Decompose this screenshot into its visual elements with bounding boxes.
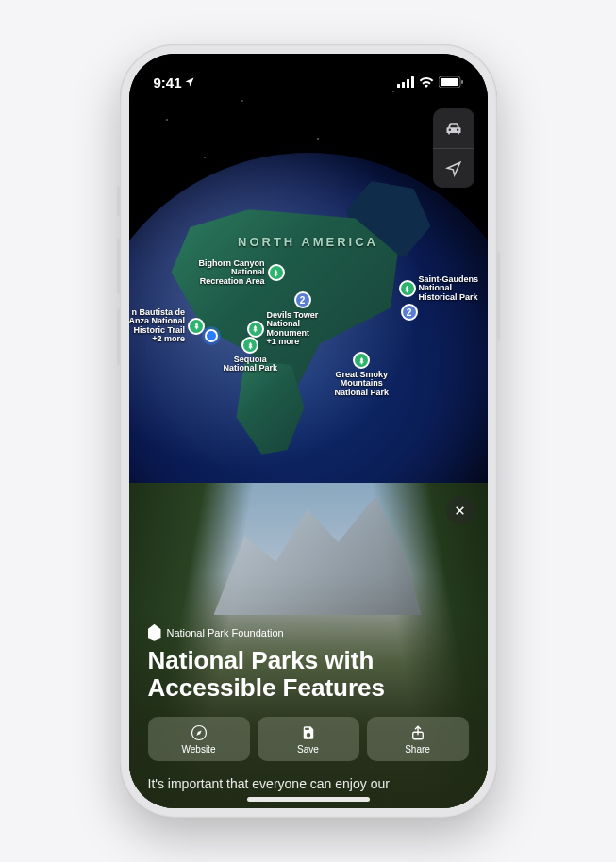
svg-rect-5 bbox=[441, 78, 458, 86]
guide-title: National Parks with Accessible Features bbox=[148, 647, 469, 702]
publisher-badge: National Park Foundation bbox=[148, 624, 469, 641]
home-indicator[interactable] bbox=[247, 797, 370, 802]
pin-saint-gaudens[interactable]: Saint-GaudensNationalHistorical Park bbox=[399, 275, 479, 302]
user-location-dot bbox=[205, 329, 218, 342]
website-button[interactable]: Website bbox=[148, 717, 250, 761]
continent-label: NORTH AMERICA bbox=[238, 235, 378, 249]
volume-up-button bbox=[117, 238, 120, 294]
npf-logo-icon bbox=[148, 624, 161, 641]
svg-rect-1 bbox=[402, 82, 405, 88]
tree-icon bbox=[353, 352, 370, 369]
car-icon bbox=[444, 119, 463, 138]
pin-cluster-west[interactable]: 2 bbox=[294, 291, 311, 308]
cluster-badge: 2 bbox=[401, 304, 418, 321]
save-button[interactable]: Save bbox=[258, 717, 359, 761]
mountain-graphic bbox=[214, 483, 422, 615]
tree-icon bbox=[268, 264, 285, 281]
svg-rect-3 bbox=[411, 76, 414, 88]
pin-bighorn-canyon[interactable]: Bighorn CanyonNationalRecreation Area bbox=[199, 259, 285, 286]
location-services-icon bbox=[184, 76, 195, 88]
notch bbox=[242, 54, 375, 86]
svg-rect-6 bbox=[461, 80, 463, 84]
locate-me-button[interactable] bbox=[433, 148, 474, 188]
tree-icon bbox=[247, 321, 264, 338]
wifi-icon bbox=[419, 76, 434, 88]
guide-description: It's important that everyone can enjoy o… bbox=[148, 776, 469, 791]
volume-down-button bbox=[117, 308, 120, 365]
map-controls bbox=[433, 108, 474, 188]
mute-switch bbox=[117, 186, 120, 216]
pin-great-smoky[interactable]: Great SmokyMountainsNational Park bbox=[335, 352, 390, 397]
cluster-badge: 2 bbox=[294, 291, 311, 308]
tree-icon bbox=[399, 280, 416, 297]
screen: 9:41 Arctic Ocean NORTH AMERICA bbox=[129, 54, 488, 808]
compass-icon bbox=[191, 724, 208, 741]
map-view[interactable]: Arctic Ocean NORTH AMERICA Bighorn Canyo… bbox=[129, 54, 488, 497]
svg-rect-0 bbox=[397, 84, 400, 88]
svg-rect-2 bbox=[407, 79, 409, 88]
action-row: Website Save Share bbox=[148, 717, 469, 761]
save-icon bbox=[300, 724, 317, 741]
pin-devils-tower[interactable]: Devils TowerNationalMonument+1 more bbox=[247, 311, 319, 347]
driving-mode-button[interactable] bbox=[433, 108, 474, 148]
status-time: 9:41 bbox=[154, 75, 182, 91]
pin-anza-trail[interactable]: n Bautista deAnza NationalHistoric Trail… bbox=[129, 308, 206, 344]
location-arrow-icon bbox=[445, 160, 462, 177]
tree-icon bbox=[188, 318, 205, 335]
phone-frame: 9:41 Arctic Ocean NORTH AMERICA bbox=[120, 44, 497, 818]
guide-card[interactable]: National Park Foundation National Parks … bbox=[129, 483, 488, 808]
share-icon bbox=[409, 724, 426, 741]
share-button[interactable]: Share bbox=[367, 717, 469, 761]
battery-icon bbox=[439, 76, 463, 88]
cellular-icon bbox=[397, 76, 414, 88]
power-button bbox=[497, 252, 500, 341]
card-content: National Park Foundation National Parks … bbox=[148, 624, 469, 791]
close-icon bbox=[454, 505, 466, 517]
pin-cluster-east[interactable]: 2 bbox=[401, 304, 418, 321]
pin-user-location[interactable] bbox=[205, 329, 218, 342]
publisher-name: National Park Foundation bbox=[167, 627, 284, 638]
close-button[interactable] bbox=[446, 496, 474, 524]
